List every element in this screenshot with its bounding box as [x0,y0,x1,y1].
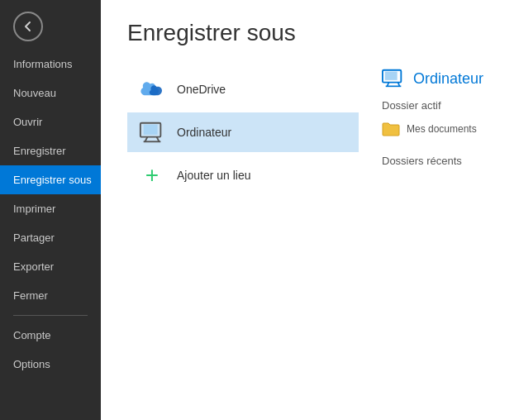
location-ordinateur[interactable]: Ordinateur [127,112,359,152]
sidebar: Informations Nouveau Ouvrir Enregistrer … [0,0,101,420]
ajouter-lieu-label: Ajouter un lieu [177,169,251,182]
sidebar-item-fermer[interactable]: Fermer [0,281,101,310]
ordinateur-label: Ordinateur [177,126,231,139]
onedrive-icon [139,78,165,101]
sidebar-item-partager[interactable]: Partager [0,223,101,252]
location-onedrive[interactable]: OneDrive [127,69,359,109]
sidebar-item-informations[interactable]: Informations [0,50,101,79]
folder-name: Mes documents [407,123,477,135]
page-title: Enregistrer sous [127,20,493,46]
sidebar-item-enregistrer[interactable]: Enregistrer [0,136,101,165]
right-panel-title-text: Ordinateur [413,70,483,88]
sidebar-item-imprimer[interactable]: Imprimer [0,194,101,223]
sidebar-item-enregistrer-sous[interactable]: Enregistrer sous [0,165,101,194]
main-content: Enregistrer sous OneDrive [101,0,519,420]
ordinateur-icon [139,121,165,144]
sidebar-item-exporter[interactable]: Exporter [0,252,101,281]
right-panel: Ordinateur Dossier actif Mes documents D… [359,69,493,400]
content-area: OneDrive Ordinateur + [127,69,493,400]
onedrive-label: OneDrive [177,83,226,96]
svg-rect-4 [385,72,398,80]
sidebar-item-compte[interactable]: Compte [0,321,101,350]
location-ajouter-lieu[interactable]: + Ajouter un lieu [127,155,359,195]
svg-rect-1 [144,125,158,135]
right-panel-title: Ordinateur [382,69,493,88]
sidebar-nav: Informations Nouveau Ouvrir Enregistrer … [0,50,101,420]
right-computer-icon [382,69,405,88]
location-list: OneDrive Ordinateur + [127,69,359,400]
folder-icon [382,122,400,136]
sidebar-item-ouvrir[interactable]: Ouvrir [0,107,101,136]
sidebar-divider [13,315,88,316]
current-folder[interactable]: Mes documents [382,118,493,140]
back-circle-icon[interactable] [13,12,43,41]
add-place-icon: + [139,164,165,187]
active-folder-label: Dossier actif [382,99,493,112]
sidebar-bottom: Compte Options [0,321,101,387]
recent-folders-label: Dossiers récents [382,155,493,167]
sidebar-item-options[interactable]: Options [0,350,101,379]
sidebar-item-nouveau[interactable]: Nouveau [0,79,101,107]
back-button[interactable] [0,0,101,50]
